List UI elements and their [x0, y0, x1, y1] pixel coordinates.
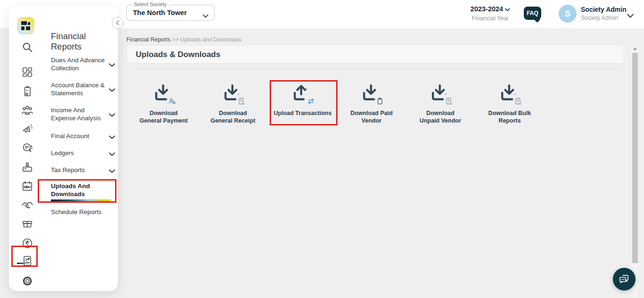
active-item-underline	[51, 199, 111, 201]
financial-year-caption: Financial Year	[467, 15, 514, 22]
upload-icon	[292, 83, 314, 104]
app-logo-icon[interactable]	[17, 17, 34, 34]
scrollbar-up-arrow-icon[interactable]	[633, 47, 637, 50]
collection-desk-icon[interactable]	[21, 161, 33, 174]
card-label: Download Bulk Reports	[486, 109, 533, 124]
society-select[interactable]: Select Society The North Tower	[126, 5, 215, 21]
payments-rupee-icon[interactable]	[21, 237, 33, 249]
dashboard-icon[interactable]	[21, 66, 33, 78]
download-icon	[153, 83, 174, 104]
breadcrumb: Financial Reports >> Uploads and Downloa…	[126, 36, 241, 43]
card-label: Download Unpaid Vendor	[417, 109, 464, 124]
sidebar-item-ledgers[interactable]: Ledgers	[51, 149, 122, 157]
card-upload-transactions[interactable]: Upload Transactions	[270, 83, 336, 117]
sidebar-item-income-and-expense-analysis[interactable]: Income And Expense Analysis	[51, 106, 122, 122]
chevron-down-icon	[203, 11, 208, 20]
faq-label: FAQ	[527, 10, 538, 17]
card-download-paid-vendor[interactable]: Download Paid Vendor	[339, 83, 405, 124]
breadcrumb-parent[interactable]: Financial Reports	[126, 36, 170, 43]
society-select-label: Select Society	[132, 1, 169, 7]
sidebar-item-final-account[interactable]: Final Account	[51, 132, 122, 140]
download-icon	[361, 83, 382, 104]
document-badge-icon	[514, 97, 522, 105]
messages-icon[interactable]	[21, 142, 33, 154]
avatar-initial: S	[565, 9, 570, 19]
search-icon[interactable]	[21, 41, 33, 53]
scrollbar[interactable]	[632, 45, 638, 298]
sidebar-item-uploads-and-downloads[interactable]: Uploads And Downloads	[51, 182, 122, 198]
user-menu-chevron-icon[interactable]	[627, 11, 634, 20]
avatar[interactable]: S	[559, 5, 577, 23]
card-download-bulk-reports[interactable]: Download Bulk Reports	[477, 83, 543, 124]
card-label: Download General Payment	[139, 109, 188, 124]
user-menu[interactable]: Society Admin Society Admin	[581, 6, 627, 21]
clipboard-badge-icon	[376, 97, 384, 105]
person-search-badge-icon	[168, 97, 176, 105]
card-download-general-receipt[interactable]: Download General Receipt	[200, 83, 266, 124]
faq-button[interactable]: FAQ	[524, 7, 541, 20]
card-label: Download Paid Vendor	[348, 109, 395, 124]
financial-reports-icon[interactable]	[21, 255, 33, 267]
user-role: Society Admin	[581, 15, 627, 21]
sidebar-item-tax-reports[interactable]: Tax Reports	[51, 166, 122, 174]
page-title: Uploads & Downloads	[136, 50, 220, 59]
divider	[133, 69, 618, 69]
calendar-bookings-icon[interactable]	[21, 180, 33, 192]
society-ledger-icon[interactable]	[21, 85, 33, 98]
chevron-down-icon	[109, 60, 115, 69]
page-title-bar: Uploads & Downloads	[127, 46, 623, 63]
download-icon	[222, 83, 244, 104]
card-label: Upload Transactions	[271, 109, 335, 117]
settings-gear-icon[interactable]	[21, 275, 33, 287]
chevron-down-icon	[109, 132, 115, 141]
sidebar-item-schedule-reports[interactable]: Schedule Reports	[51, 207, 122, 216]
chevron-down-icon	[109, 166, 115, 175]
society-select-value: The North Tower	[133, 9, 187, 17]
chat-support-button[interactable]	[613, 268, 636, 290]
user-name: Society Admin	[581, 6, 627, 13]
chevron-down-icon	[109, 149, 115, 158]
receipt-badge-icon	[237, 97, 245, 105]
document-badge-icon	[445, 97, 453, 105]
sidebar-title: Financial Reports	[51, 31, 118, 52]
breadcrumb-current: Uploads and Downloads	[180, 36, 241, 43]
vendor-handshake-icon[interactable]	[21, 199, 33, 211]
card-download-unpaid-vendor[interactable]: Download Unpaid Vendor	[407, 83, 473, 124]
download-icon	[429, 83, 451, 104]
financial-year-value: 2023-2024	[471, 5, 503, 13]
chat-bubbles-icon	[618, 273, 630, 285]
chevron-down-icon	[109, 110, 115, 119]
sidebar-item-account-balance-statements[interactable]: Account Balance & Statements	[51, 81, 122, 97]
breadcrumb-separator: >>	[172, 36, 179, 43]
scrollbar-thumb[interactable]	[632, 53, 638, 263]
sidebar-collapse-button[interactable]	[112, 17, 124, 29]
financial-year-select[interactable]: 2023-2024 Financial Year	[467, 5, 514, 22]
active-rail-underline	[17, 263, 32, 264]
download-icon	[499, 83, 520, 104]
assets-box-icon[interactable]	[21, 218, 33, 230]
announcements-icon[interactable]	[21, 123, 33, 135]
sidebar: Financial Reports Dues And Advance Colle…	[9, 6, 118, 291]
chevron-down-icon	[109, 85, 115, 94]
card-label: Download General Receipt	[208, 109, 257, 124]
card-download-general-payment[interactable]: Download General Payment	[131, 83, 197, 124]
chevron-down-icon	[505, 8, 510, 11]
sidebar-item-dues-and-advance-collection[interactable]: Dues And Advance Collection	[51, 56, 122, 72]
members-icon[interactable]	[21, 104, 33, 116]
swap-arrows-badge-icon	[307, 97, 315, 105]
